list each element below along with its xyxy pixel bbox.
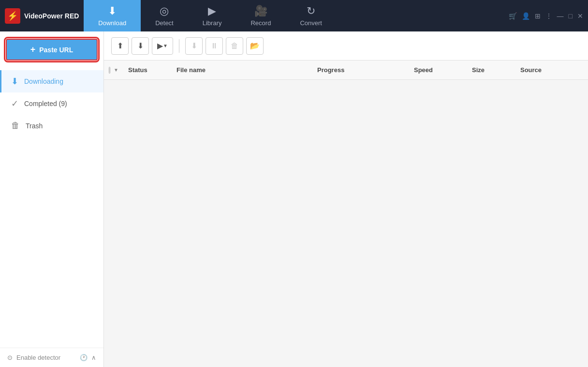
logo-icon: ⚡	[5, 8, 20, 24]
size-header: Size	[467, 64, 515, 76]
paste-url-button[interactable]: + Paste URL	[6, 39, 98, 61]
more-icon[interactable]: ⋮	[545, 12, 552, 20]
media-icon: ▶	[157, 41, 163, 50]
maximize-button[interactable]: □	[569, 12, 573, 20]
upload-button[interactable]: ⬆	[111, 37, 129, 55]
tab-detect[interactable]: ◎ Detect	[141, 0, 188, 31]
table-body	[104, 80, 588, 367]
pause-button[interactable]: ⏸	[206, 37, 223, 55]
record-tab-label: Record	[250, 19, 271, 27]
nav-tabs: ⬇ Download ◎ Detect ▶ Library 🎥 Record ↻…	[84, 0, 508, 31]
sidebar-item-downloading[interactable]: ⬇ Downloading	[0, 70, 103, 92]
titlebar: ⚡ VideoPower RED ⬇ Download ◎ Detect ▶ L…	[0, 0, 588, 31]
tab-record[interactable]: 🎥 Record	[236, 0, 285, 31]
detect-tab-icon: ◎	[160, 5, 169, 17]
select-all-checkbox[interactable]	[109, 67, 110, 74]
user-icon[interactable]: 👤	[522, 12, 530, 20]
open-folder-button[interactable]: 📂	[246, 37, 264, 55]
content-area: ⬆ ⬇ ▶ ▼ ⬇ ⏸ 🗑 📂	[104, 31, 588, 367]
status-header: Status	[123, 64, 172, 76]
download-tab-icon: ⬇	[108, 5, 117, 17]
sidebar: + Paste URL ⬇ Downloading ✓ Completed (9…	[0, 31, 104, 367]
speed-header: Speed	[409, 64, 467, 76]
resume-button[interactable]: ⬇	[185, 37, 203, 55]
history-icon: 🕐	[80, 354, 88, 361]
table-header: ▼ Status File name Progress Speed Size S…	[104, 61, 588, 80]
app-title: VideoPower RED	[24, 12, 79, 20]
downloading-label: Downloading	[24, 77, 63, 85]
library-tab-icon: ▶	[208, 5, 216, 17]
download-queue-icon: ⬇	[137, 41, 144, 50]
cart-icon[interactable]: 🛒	[509, 12, 517, 20]
toolbar-divider	[179, 39, 179, 53]
sort-arrow-icon: ▼	[114, 67, 118, 73]
sidebar-item-trash[interactable]: 🗑 Trash	[0, 115, 103, 137]
resume-icon: ⬇	[191, 41, 197, 50]
sidebar-footer[interactable]: ⊙ Enable detector 🕐 ∧	[0, 348, 103, 367]
delete-button[interactable]: 🗑	[226, 37, 243, 55]
detect-tab-label: Detect	[155, 19, 174, 27]
record-tab-icon: 🎥	[254, 5, 267, 17]
upload-icon: ⬆	[117, 41, 123, 50]
progress-header: Progress	[312, 64, 409, 76]
completed-icon: ✓	[11, 98, 18, 109]
window-controls: 🛒 👤 ⊞ ⋮ — □ ✕	[509, 12, 583, 20]
source-header: Source	[515, 64, 588, 76]
paste-url-label: Paste URL	[39, 46, 73, 54]
media-dropdown-button[interactable]: ▶ ▼	[152, 37, 173, 55]
completed-label: Completed (9)	[24, 100, 67, 107]
sidebar-nav: ⬇ Downloading ✓ Completed (9) 🗑 Trash	[0, 68, 103, 139]
tab-convert[interactable]: ↻ Convert	[285, 0, 337, 31]
open-folder-icon: 📂	[250, 41, 260, 50]
pause-icon: ⏸	[210, 42, 218, 50]
clock-icon: ⊙	[7, 354, 13, 361]
chevron-up-icon: ∧	[91, 354, 96, 361]
app-logo: ⚡ VideoPower RED	[5, 8, 79, 24]
select-all-col[interactable]: ▼	[104, 64, 123, 76]
trash-icon: 🗑	[11, 121, 20, 131]
plus-icon: +	[30, 45, 36, 55]
download-queue-button[interactable]: ⬇	[132, 37, 149, 55]
tab-library[interactable]: ▶ Library	[188, 0, 236, 31]
tab-download[interactable]: ⬇ Download	[84, 0, 141, 31]
grid-icon[interactable]: ⊞	[535, 12, 541, 20]
main-content: + Paste URL ⬇ Downloading ✓ Completed (9…	[0, 31, 588, 367]
sidebar-item-completed[interactable]: ✓ Completed (9)	[0, 92, 103, 115]
trash-label: Trash	[26, 122, 43, 130]
convert-tab-label: Convert	[300, 19, 322, 27]
convert-tab-icon: ↻	[307, 5, 315, 17]
filename-header: File name	[172, 64, 312, 76]
delete-icon: 🗑	[231, 42, 238, 50]
downloading-icon: ⬇	[11, 76, 18, 87]
enable-detector-label: Enable detector	[16, 354, 60, 361]
library-tab-label: Library	[203, 19, 222, 27]
toolbar: ⬆ ⬇ ▶ ▼ ⬇ ⏸ 🗑 📂	[104, 31, 588, 61]
close-button[interactable]: ✕	[577, 12, 583, 20]
dropdown-arrow-icon: ▼	[163, 43, 168, 48]
download-tab-label: Download	[98, 19, 126, 27]
minimize-button[interactable]: —	[557, 12, 564, 20]
